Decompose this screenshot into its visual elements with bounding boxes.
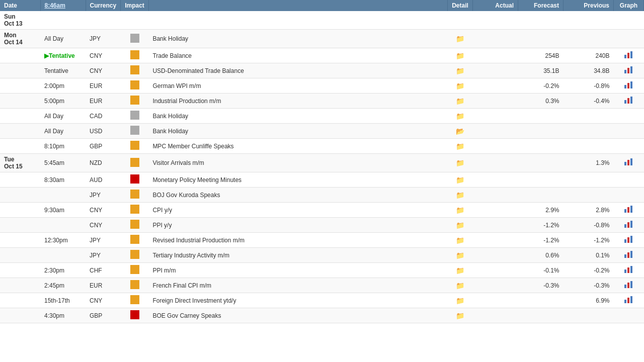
previous-cell: -0.4% — [564, 94, 614, 109]
detail-cell[interactable]: 📁 — [448, 78, 473, 94]
table-row: 2:30pmCHFPPI m/m📁-0.1%-0.2% — [0, 263, 644, 278]
detail-cell[interactable]: 📁 — [448, 203, 473, 218]
impact-med-icon — [130, 190, 139, 199]
date-cell — [0, 172, 40, 188]
detail-cell[interactable]: 📁 — [448, 63, 473, 78]
previous-cell — [564, 308, 614, 323]
actual-cell — [473, 172, 518, 188]
detail-cell[interactable]: 📁 — [448, 278, 473, 293]
chart-icon — [624, 82, 634, 90]
impact-low-icon — [130, 111, 139, 120]
detail-cell[interactable]: 📁 — [448, 263, 473, 278]
folder-icon: 📁 — [456, 112, 464, 120]
detail-cell[interactable]: 📁 — [448, 94, 473, 109]
graph-cell[interactable] — [614, 248, 644, 263]
currency-cell: CNY — [86, 63, 121, 78]
currency-cell: NZD — [86, 154, 121, 172]
graph-cell[interactable] — [614, 263, 644, 278]
date-cell — [0, 94, 40, 109]
time-cell: 5:45am — [40, 154, 86, 172]
folder-icon: 📁 — [456, 52, 464, 60]
graph-cell[interactable] — [614, 203, 644, 218]
detail-cell[interactable]: 📁 — [448, 172, 473, 188]
time-cell — [40, 188, 86, 203]
svg-rect-16 — [627, 207, 629, 213]
forecast-cell — [518, 139, 564, 154]
folder-icon: 📁 — [456, 282, 464, 290]
date-cell — [0, 233, 40, 248]
actual-cell — [473, 63, 518, 78]
date-cell — [0, 63, 40, 78]
detail-cell[interactable]: 📁 — [448, 188, 473, 203]
forecast-cell: -0.1% — [518, 263, 564, 278]
graph-cell[interactable] — [614, 233, 644, 248]
svg-rect-6 — [624, 85, 626, 88]
date-cell — [0, 48, 40, 63]
detail-cell[interactable]: 📁 — [448, 248, 473, 263]
impact-cell — [121, 233, 149, 248]
previous-cell — [564, 172, 614, 188]
detail-cell[interactable]: 📂 — [448, 124, 473, 139]
currency-cell: JPY — [86, 30, 121, 48]
event-cell: MPC Member Cunliffe Speaks — [148, 139, 447, 154]
impact-med-icon — [130, 295, 139, 304]
forecast-cell: -1.2% — [518, 218, 564, 233]
impact-cell — [121, 278, 149, 293]
detail-cell[interactable] — [448, 11, 473, 30]
graph-cell[interactable] — [614, 293, 644, 308]
actual-cell — [473, 94, 518, 109]
currency-cell: USD — [86, 124, 121, 139]
actual-cell — [473, 124, 518, 139]
col-header-graph: Graph — [614, 0, 644, 11]
impact-cell — [121, 188, 149, 203]
actual-cell — [473, 233, 518, 248]
time-cell: All Day — [40, 124, 86, 139]
graph-cell — [614, 139, 644, 154]
currency-cell: GBP — [86, 139, 121, 154]
graph-cell[interactable] — [614, 154, 644, 172]
graph-cell[interactable] — [614, 94, 644, 109]
event-cell: Revised Industrial Production m/m — [148, 233, 447, 248]
detail-cell[interactable]: 📁 — [448, 109, 473, 124]
detail-cell[interactable]: 📁 — [448, 139, 473, 154]
detail-cell[interactable]: 📁 — [448, 48, 473, 63]
detail-cell[interactable]: 📁 — [448, 308, 473, 323]
time-cell: 15th-17th — [40, 293, 86, 308]
previous-cell: -1.2% — [564, 233, 614, 248]
previous-cell: -0.8% — [564, 218, 614, 233]
time-cell: 2:00pm — [40, 78, 86, 94]
event-cell: Tertiary Industry Activity m/m — [148, 248, 447, 263]
impact-med-icon — [130, 265, 139, 274]
actual-cell — [473, 218, 518, 233]
graph-cell[interactable] — [614, 48, 644, 63]
date-cell — [0, 124, 40, 139]
folder-icon: 📁 — [456, 206, 464, 214]
detail-cell[interactable]: 📁 — [448, 154, 473, 172]
impact-low-icon — [130, 126, 139, 135]
event-cell: German WPI m/m — [148, 78, 447, 94]
graph-cell[interactable] — [614, 278, 644, 293]
currency-cell: GBP — [86, 308, 121, 323]
graph-cell[interactable] — [614, 218, 644, 233]
detail-cell[interactable]: 📁 — [448, 30, 473, 48]
detail-cell[interactable]: 📁 — [448, 233, 473, 248]
svg-rect-30 — [624, 285, 626, 288]
folder-icon: 📁 — [456, 191, 464, 199]
impact-med-icon — [130, 65, 139, 74]
svg-rect-3 — [624, 70, 626, 73]
graph-cell[interactable] — [614, 63, 644, 78]
actual-cell — [473, 139, 518, 154]
graph-cell[interactable] — [614, 78, 644, 94]
date-cell — [0, 188, 40, 203]
col-header-time[interactable]: 8:46am — [40, 0, 86, 11]
svg-rect-21 — [624, 239, 626, 243]
previous-cell: 34.8B — [564, 63, 614, 78]
detail-cell[interactable]: 📁 — [448, 293, 473, 308]
previous-cell — [564, 11, 614, 30]
detail-cell[interactable]: 📁 — [448, 218, 473, 233]
impact-med-icon — [130, 141, 139, 150]
impact-cell — [121, 63, 149, 78]
table-row: CNYPPI y/y📁-1.2%-0.8% — [0, 218, 644, 233]
time-cell — [40, 248, 86, 263]
forecast-cell: 35.1B — [518, 63, 564, 78]
